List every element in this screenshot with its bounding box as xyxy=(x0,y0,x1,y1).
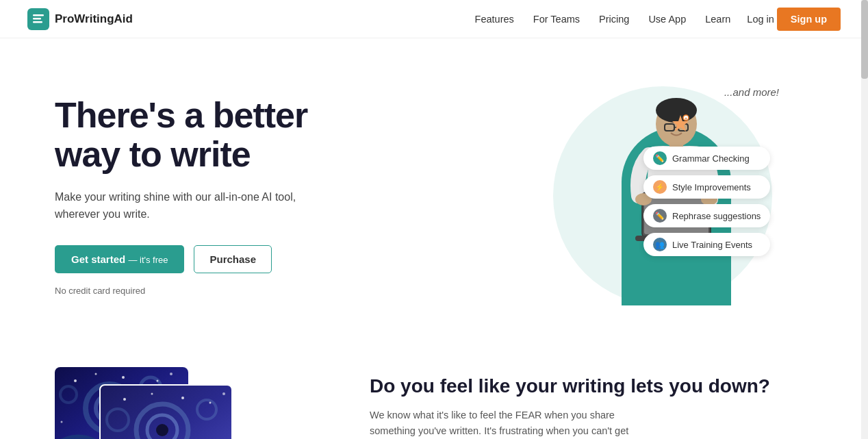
svg-point-31 xyxy=(156,424,168,436)
svg-point-34 xyxy=(123,398,126,401)
nav-for-teams[interactable]: For Teams xyxy=(533,14,580,25)
pill-grammar: ✏️ Grammar Checking xyxy=(643,147,770,170)
hero-section: There's a better way to write Make your … xyxy=(0,38,868,340)
svg-rect-1 xyxy=(33,18,41,20)
svg-rect-2 xyxy=(33,21,42,23)
svg-point-25 xyxy=(122,376,125,379)
nav-use-app[interactable]: Use App xyxy=(648,14,686,25)
nav-learn[interactable]: Learn xyxy=(705,14,730,25)
pill-rephrase: ✏️ Rephrase suggestions xyxy=(643,204,770,227)
pill-training: 👥 Live Training Events xyxy=(643,233,770,256)
sparkle-icon: + xyxy=(671,114,690,137)
navbar: ProWritingAid Features For Teams Pricing… xyxy=(0,0,868,38)
hero-text: There's a better way to write Make your … xyxy=(55,96,411,296)
svg-point-38 xyxy=(222,392,225,395)
feature-pills: ✏️ Grammar Checking ⚡ Style Improvements… xyxy=(643,147,770,256)
svg-rect-0 xyxy=(33,14,44,16)
rephrase-icon: ✏️ xyxy=(653,209,667,223)
logo-link[interactable]: ProWritingAid xyxy=(27,8,133,30)
nav-pricing[interactable]: Pricing xyxy=(599,14,629,25)
section2: My idea in my head Do you feel like your… xyxy=(0,340,868,439)
and-more-label: ...and more! xyxy=(724,86,779,98)
hero-title: There's a better way to write xyxy=(55,96,411,174)
style-icon: ⚡ xyxy=(653,180,667,194)
logo-icon xyxy=(27,8,49,30)
get-started-button[interactable]: Get started — it's free xyxy=(55,245,184,273)
svg-point-33 xyxy=(107,409,129,431)
hero-image: ...and more! + xyxy=(411,79,813,312)
nav-features[interactable]: Features xyxy=(475,14,514,25)
svg-point-26 xyxy=(157,380,159,382)
scrollbar-track[interactable] xyxy=(861,0,868,439)
no-cc-text: No credit card required xyxy=(55,286,411,296)
grammar-icon: ✏️ xyxy=(653,151,667,165)
svg-point-24 xyxy=(95,373,97,375)
svg-point-28 xyxy=(61,421,63,423)
hero-buttons: Get started — it's free Purchase xyxy=(55,245,411,273)
svg-text:+: + xyxy=(685,116,687,121)
section2-text: Do you feel like your writing lets you d… xyxy=(315,367,813,439)
purchase-button[interactable]: Purchase xyxy=(194,245,272,273)
nav-links: Features For Teams Pricing Use App Learn xyxy=(475,13,731,25)
svg-point-27 xyxy=(170,373,173,375)
logo-text: ProWritingAid xyxy=(55,12,133,26)
login-button[interactable]: Log in xyxy=(747,14,774,25)
svg-point-21 xyxy=(60,386,77,403)
section2-body: We know what it's like to feel the FEAR … xyxy=(370,407,643,439)
svg-point-35 xyxy=(151,393,153,395)
section2-title: Do you feel like your writing lets you d… xyxy=(370,374,813,398)
training-icon: 👥 xyxy=(653,238,667,251)
scrollbar-thumb[interactable] xyxy=(861,0,868,79)
svg-point-37 xyxy=(209,402,212,404)
signup-button[interactable]: Sign up xyxy=(777,8,841,31)
svg-point-36 xyxy=(181,397,184,399)
section2-image: My idea in my head xyxy=(55,367,315,439)
svg-point-32 xyxy=(197,400,216,419)
hero-subtitle: Make your writing shine with our all-in-… xyxy=(55,188,342,223)
svg-point-23 xyxy=(74,379,77,382)
pill-style: ⚡ Style Improvements xyxy=(643,175,770,199)
